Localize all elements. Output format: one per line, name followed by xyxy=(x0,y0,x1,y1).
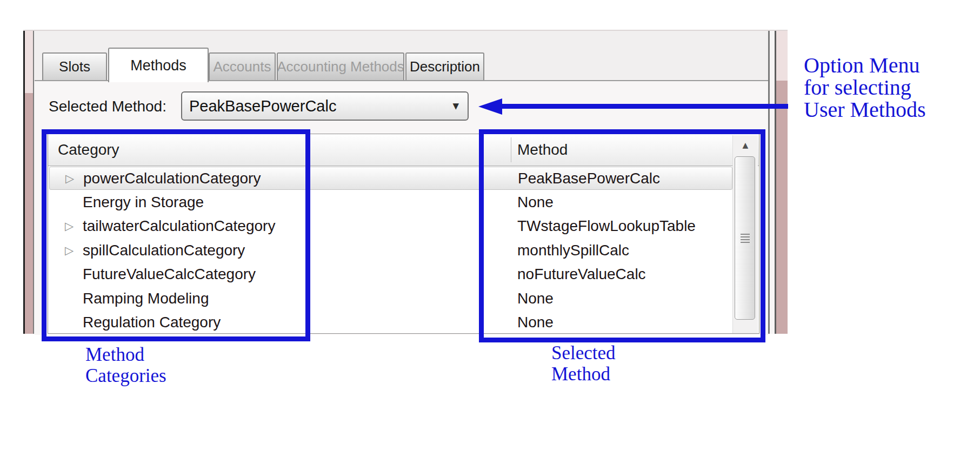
annotation-line: for selecting xyxy=(804,76,926,98)
annotation-selected-method: Selected Method xyxy=(551,342,616,385)
selected-method-label: Selected Method: xyxy=(49,98,166,115)
annotation-box-methods xyxy=(479,129,765,342)
annotation-line: Categories xyxy=(85,365,166,386)
annotation-line: Selected xyxy=(551,342,616,364)
annotation-line: Method xyxy=(85,344,166,365)
annotation-line: Option Menu xyxy=(804,54,926,76)
tab-methods[interactable]: Methods xyxy=(108,48,209,82)
annotation-box-categories xyxy=(42,129,310,341)
screenshot-root: SlotsMethodsAccountsAccounting MethodsDe… xyxy=(0,0,980,449)
annotation-line: Method xyxy=(551,364,616,385)
selected-method-value: PeakBasePowerCalc xyxy=(182,97,336,115)
annotation-arrow-head-icon xyxy=(478,98,502,115)
annotation-method-categories: Method Categories xyxy=(85,344,166,386)
tab-accounts: Accounts xyxy=(209,52,276,80)
chevron-down-icon: ▼ xyxy=(452,101,459,111)
annotation-option-menu: Option Menu for selecting User Methods xyxy=(804,54,926,121)
selected-method-dropdown[interactable]: PeakBasePowerCalc ▼ xyxy=(181,91,469,121)
tab-accounting-methods: Accounting Methods xyxy=(277,52,404,80)
annotation-arrow-line xyxy=(500,104,788,109)
tab-slots[interactable]: Slots xyxy=(42,52,107,80)
tab-description[interactable]: Description xyxy=(405,52,484,80)
annotation-line: User Methods xyxy=(804,98,926,121)
